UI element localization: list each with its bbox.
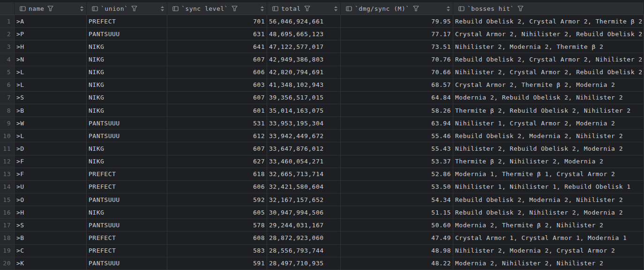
- cell-total[interactable]: 28,872,923,060: [267, 231, 341, 244]
- filter-icon[interactable]: [517, 6, 524, 11]
- cell-sync_level[interactable]: 618: [167, 168, 267, 180]
- cell-total[interactable]: 32,167,157,652: [267, 193, 341, 206]
- table-row[interactable]: 7 >SNIKG60739,356,517,01564.84Modernia 2…: [0, 92, 644, 104]
- cell-bosses_hit[interactable]: Thermite β 2, Rebuild Obelisk 2, Nihilis…: [453, 104, 644, 116]
- cell-total[interactable]: 29,244,031,167: [267, 219, 341, 231]
- cell-union[interactable]: PANTSUUU: [87, 130, 167, 142]
- cell-sync_level[interactable]: 701: [167, 15, 267, 27]
- cell-sync_level[interactable]: 591: [167, 257, 267, 270]
- cell-union[interactable]: NIKG: [87, 40, 167, 53]
- cell-name[interactable]: >D: [15, 142, 87, 154]
- cell-union[interactable]: NIKG: [87, 66, 167, 78]
- cell-union[interactable]: PREFECT: [87, 15, 167, 27]
- cell-union[interactable]: PREFECT: [87, 245, 167, 257]
- column-header-bosses_hit[interactable]: `bosses hit`: [453, 2, 644, 15]
- cell-bosses_hit[interactable]: Rebuild Obelisk 2, Crystal Armor 2, Nihi…: [453, 53, 644, 65]
- cell-total[interactable]: 42,949,386,803: [267, 53, 341, 65]
- cell-bosses_hit[interactable]: Nihilister 1, Crystal Armor 2, Modernia …: [453, 117, 644, 129]
- cell-dmg_per_sync[interactable]: 55.43: [341, 142, 453, 154]
- cell-union[interactable]: PANTSUUU: [87, 193, 167, 206]
- sort-icon[interactable]: [261, 6, 264, 11]
- cell-union[interactable]: NIKG: [87, 155, 167, 168]
- table-row[interactable]: 10 >LPANTSUUU61233,942,449,67255.46Rebui…: [0, 130, 644, 142]
- cell-sync_level[interactable]: 601: [167, 104, 267, 116]
- filter-icon[interactable]: [131, 6, 137, 11]
- filter-icon[interactable]: [232, 6, 238, 11]
- column-header-dmg_per_sync[interactable]: `dmg/sync (M)`: [341, 2, 453, 15]
- cell-total[interactable]: 35,014,163,075: [267, 104, 341, 116]
- cell-name[interactable]: >U: [15, 181, 87, 193]
- cell-bosses_hit[interactable]: Rebuild Obelisk 2, Modernia 2, Nihiliste…: [453, 130, 644, 142]
- cell-total[interactable]: 28,556,793,744: [267, 245, 341, 257]
- cell-union[interactable]: PANTSUUU: [87, 28, 167, 40]
- cell-name[interactable]: >L: [15, 66, 87, 78]
- table-row[interactable]: 3 >HNIKG64147,122,577,01773.51Nihilister…: [0, 40, 644, 53]
- sort-icon[interactable]: [447, 6, 450, 11]
- cell-sync_level[interactable]: 607: [167, 53, 267, 65]
- cell-sync_level[interactable]: 531: [167, 117, 267, 129]
- cell-name[interactable]: >K: [15, 257, 87, 270]
- table-row[interactable]: 20 >KPANTSUUU59128,497,710,93548.22Moder…: [0, 257, 644, 270]
- sort-icon[interactable]: [161, 6, 164, 11]
- sort-icon[interactable]: [334, 6, 337, 11]
- cell-bosses_hit[interactable]: Rebuild Obelisk 2, Modernia 2, Nihiliste…: [453, 193, 644, 206]
- cell-sync_level[interactable]: 583: [167, 245, 267, 257]
- cell-bosses_hit[interactable]: Crystal Armor 2, Thermite β 2, Modernia …: [453, 79, 644, 91]
- cell-name[interactable]: >H: [15, 40, 87, 53]
- cell-bosses_hit[interactable]: Nihilister 2, Rebuild Obelisk 2, Moderni…: [453, 142, 644, 154]
- cell-bosses_hit[interactable]: Thermite β 2, Nihilister 2, Modernia 2: [453, 155, 644, 168]
- table-row[interactable]: 5 >LNIKG60642,820,794,69170.66Nihilister…: [0, 66, 644, 79]
- table-row[interactable]: 16 >HNIKG60530,947,994,50651.15Rebuild O…: [0, 206, 644, 219]
- table-row[interactable]: 1 >APREFECT70156,046,924,66179.95Rebuild…: [0, 15, 644, 28]
- cell-sync_level[interactable]: 578: [167, 219, 267, 231]
- table-row[interactable]: 2 >PPANTSUUU63148,695,665,12377.17Crysta…: [0, 28, 644, 40]
- cell-dmg_per_sync[interactable]: 54.34: [341, 193, 453, 206]
- cell-name[interactable]: >F: [15, 168, 87, 180]
- cell-total[interactable]: 33,460,054,271: [267, 155, 341, 168]
- cell-bosses_hit[interactable]: Nihilister 2, Modernia 2, Crystal Armor …: [453, 245, 644, 257]
- cell-union[interactable]: PANTSUUU: [87, 219, 167, 231]
- cell-dmg_per_sync[interactable]: 51.15: [341, 206, 453, 218]
- cell-dmg_per_sync[interactable]: 53.50: [341, 181, 453, 193]
- cell-sync_level[interactable]: 606: [167, 66, 267, 78]
- cell-dmg_per_sync[interactable]: 77.17: [341, 28, 453, 40]
- cell-name[interactable]: >H: [15, 206, 87, 218]
- cell-sync_level[interactable]: 606: [167, 181, 267, 193]
- table-row[interactable]: 8 >BNIKG60135,014,163,07558.26Thermite β…: [0, 104, 644, 117]
- cell-dmg_per_sync[interactable]: 52.86: [341, 168, 453, 180]
- table-row[interactable]: 12 >FNIKG62733,460,054,27153.37Thermite …: [0, 155, 644, 168]
- cell-name[interactable]: >L: [15, 79, 87, 91]
- cell-bosses_hit[interactable]: Modernia 2, Rebuild Obelisk 2, Nihiliste…: [453, 92, 644, 104]
- cell-dmg_per_sync[interactable]: 70.66: [341, 66, 453, 78]
- cell-sync_level[interactable]: 607: [167, 142, 267, 154]
- filter-icon[interactable]: [304, 6, 310, 11]
- cell-total[interactable]: 32,421,580,604: [267, 181, 341, 193]
- cell-bosses_hit[interactable]: Modernia 2, Nihilister 2, Nihilister 2: [453, 257, 644, 270]
- cell-union[interactable]: PREFECT: [87, 181, 167, 193]
- cell-sync_level[interactable]: 608: [167, 231, 267, 244]
- cell-dmg_per_sync[interactable]: 64.84: [341, 92, 453, 104]
- column-header-name[interactable]: name: [15, 2, 87, 15]
- cell-total[interactable]: 33,647,876,012: [267, 142, 341, 154]
- cell-total[interactable]: 56,046,924,661: [267, 15, 341, 27]
- cell-bosses_hit[interactable]: Modernia 1, Thermite β 1, Crystal Armor …: [453, 168, 644, 180]
- column-header-union[interactable]: `union`: [87, 2, 167, 15]
- cell-union[interactable]: PANTSUUU: [87, 257, 167, 270]
- cell-union[interactable]: NIKG: [87, 206, 167, 218]
- sort-icon[interactable]: [80, 6, 83, 11]
- filter-icon[interactable]: [413, 6, 419, 11]
- cell-dmg_per_sync[interactable]: 70.76: [341, 53, 453, 65]
- cell-union[interactable]: NIKG: [87, 142, 167, 154]
- cell-total[interactable]: 47,122,577,017: [267, 40, 341, 53]
- cell-sync_level[interactable]: 641: [167, 40, 267, 53]
- cell-bosses_hit[interactable]: Rebuild Obelisk 2, Nihilister 2, Moderni…: [453, 206, 644, 218]
- cell-bosses_hit[interactable]: Modernia 2, Thermite β 2, Nihilister 2: [453, 219, 644, 231]
- cell-dmg_per_sync[interactable]: 79.95: [341, 15, 453, 27]
- table-row[interactable]: 14 >UPREFECT60632,421,580,60453.50Nihili…: [0, 181, 644, 193]
- cell-name[interactable]: >L: [15, 130, 87, 142]
- cell-bosses_hit[interactable]: Nihilister 1, Nihilister 1, Rebuild Obel…: [453, 181, 644, 193]
- cell-sync_level[interactable]: 612: [167, 130, 267, 142]
- table-row[interactable]: 9 >WPANTSUUU53133,953,195,30463.94Nihili…: [0, 117, 644, 130]
- cell-union[interactable]: NIKG: [87, 53, 167, 65]
- cell-bosses_hit[interactable]: Rebuild Obelisk 2, Crystal Armor 2, Ther…: [453, 15, 644, 27]
